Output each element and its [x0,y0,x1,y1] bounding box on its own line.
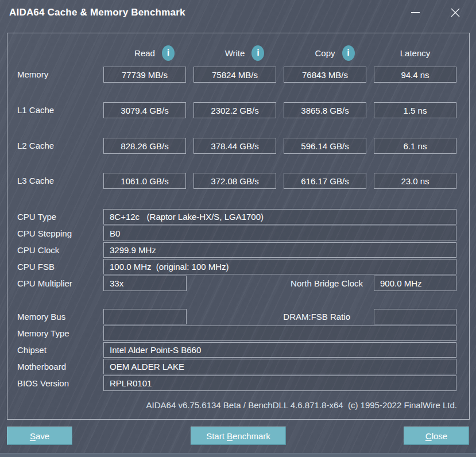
write-info-icon[interactable]: i [251,45,264,61]
row-label-chipset: Chipset [17,342,47,358]
cpu-type-value: 8C+12c (Raptor Lake-HX/S, LGA1700) [103,209,456,224]
cpu-multiplier-value: 33x [103,276,187,291]
row-label-cpu-clock: CPU Clock [17,242,59,258]
row-label-cpu-type: CPU Type [17,209,56,224]
l1-read-value: 3079.4 GB/s [103,102,186,118]
cpu-fsb-value: 100.0 MHz (original: 100 MHz) [103,259,456,274]
cpu-clock-value: 3299.9 MHz [103,242,456,258]
window-bottom-edge [0,453,476,457]
l1-copy-value: 3865.8 GB/s [284,102,366,118]
version-copyright-text: AIDA64 v6.75.6134 Beta / BenchDLL 4.6.87… [65,400,457,410]
save-button[interactable]: Save [7,427,72,445]
window-title: AIDA64 Cache & Memory Benchmark [9,7,185,18]
north-bridge-clock-label: North Bridge Clock [197,276,363,291]
minimize-button[interactable] [403,2,427,23]
row-label-l2-cache: L2 Cache [17,138,54,154]
bios-version-value: RPLR0101 [103,375,456,391]
l2-latency-value: 6.1 ns [374,138,456,154]
l3-latency-value: 23.0 ns [374,173,456,189]
l3-copy-value: 616.17 GB/s [284,173,366,189]
row-label-cpu-multiplier: CPU Multiplier [17,276,72,291]
row-label-l3-cache: L3 Cache [17,173,54,189]
column-header-read: Read i [103,45,186,61]
close-window-button[interactable] [443,2,467,23]
row-label-cpu-stepping: CPU Stepping [17,226,72,241]
minimize-icon [411,12,420,13]
row-label-memory-type: Memory Type [17,326,69,341]
read-info-icon[interactable]: i [162,45,175,61]
l2-write-value: 378.44 GB/s [194,138,276,154]
dram-fsb-ratio-value [374,309,456,324]
start-benchmark-button[interactable]: Start Benchmark [191,427,286,445]
l3-write-value: 372.08 GB/s [194,173,276,189]
column-header-latency: Latency [374,45,456,61]
latency-header-label: Latency [400,48,431,58]
close-icon [451,8,460,17]
memory-type-value [103,326,456,341]
l1-write-value: 2302.2 GB/s [194,102,276,118]
memory-latency-value: 94.4 ns [374,67,456,83]
column-header-copy: Copy i [284,45,366,61]
read-header-label: Read [134,48,155,58]
cpu-stepping-value: B0 [103,226,456,241]
memory-copy-value: 76843 MB/s [284,67,366,83]
l2-copy-value: 596.14 GB/s [284,138,366,154]
memory-bus-value [103,309,187,324]
row-label-l1-cache: L1 Cache [17,102,54,118]
row-label-motherboard: Motherboard [17,359,66,374]
l1-latency-value: 1.5 ns [374,102,456,118]
motherboard-value: OEM ALDER LAKE [103,359,456,374]
chipset-value: Intel Alder Point-S B660 [103,342,456,358]
dram-fsb-ratio-label: DRAM:FSB Ratio [197,309,350,324]
write-header-label: Write [225,48,245,58]
l3-read-value: 1061.0 GB/s [103,173,186,189]
memory-read-value: 77739 MB/s [103,67,186,83]
content-panel: Read i Write i Copy i Latency Memory 777… [7,33,470,420]
copy-header-label: Copy [315,48,335,58]
row-label-bios-version: BIOS Version [17,375,69,391]
row-label-memory-bus: Memory Bus [17,309,65,324]
l2-read-value: 828.26 GB/s [103,138,186,154]
copy-info-icon[interactable]: i [342,45,355,61]
north-bridge-clock-value: 900.0 MHz [374,276,456,291]
column-header-write: Write i [194,45,276,61]
aida64-benchmark-window: AIDA64 Cache & Memory Benchmark Read i W… [0,0,476,457]
row-label-cpu-fsb: CPU FSB [17,259,55,274]
memory-write-value: 75824 MB/s [194,67,276,83]
row-label-memory: Memory [17,67,48,83]
close-button[interactable]: Close [404,427,469,445]
